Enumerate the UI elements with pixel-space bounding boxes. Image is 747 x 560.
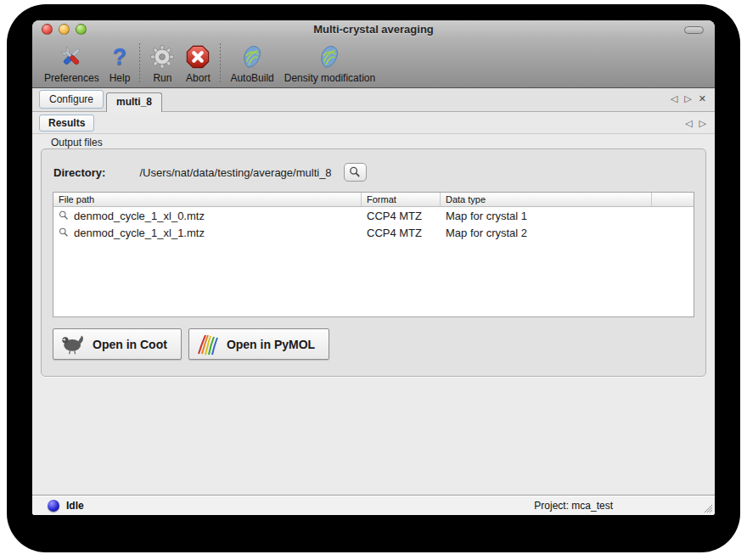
table-row[interactable]: denmod_cycle_1_xl_1.mtz CCP4 MTZ Map for… [53,224,694,241]
open-in-coot-label: Open in Coot [93,338,167,351]
open-in-pymol-button[interactable]: Open in PyMOL [188,328,329,360]
toolbar-label-abort: Abort [186,72,211,84]
help-icon: ? [113,42,127,71]
tab-close-icon[interactable]: ✕ [699,93,706,104]
file-path-cell: denmod_cycle_1_xl_1.mtz [74,227,205,239]
tab-results[interactable]: Results [39,115,94,132]
directory-browse-button[interactable] [344,163,367,182]
column-header-file-path[interactable]: File path [53,193,362,206]
toolbar-separator [220,43,221,82]
toolbar-button-preferences[interactable]: Preferences [39,42,104,85]
table-row[interactable]: denmod_cycle_1_xl_0.mtz CCP4 MTZ Map for… [53,207,694,224]
magnifier-icon [59,210,69,221]
magnifier-icon [59,227,69,238]
directory-path: /Users/nat/data/testing/average/multi_8 [139,166,331,179]
toolbar-label-density-modification: Density modification [284,72,375,84]
tab-scroll-left-icon[interactable]: ◁ [671,93,677,104]
toolbar: Preferences ? Help [32,39,715,88]
toolbar-label-help: Help [110,72,131,84]
title-bar[interactable]: Multi-crystal averaging [32,20,715,39]
status-bar: Idle Project: mca_test [32,495,715,515]
column-header-data-type[interactable]: Data type [441,193,652,206]
notebook-tab-bar: Configure multi_8 ◁ ▷ ✕ [32,88,715,112]
format-cell: CCP4 MTZ [362,227,441,239]
action-buttons-row: Open in Coot Open in PyM [53,328,329,360]
tab-scroll-right-icon[interactable]: ▷ [684,93,691,104]
toolbar-button-help[interactable]: ? Help [104,42,136,85]
toolbar-label-preferences: Preferences [44,72,99,84]
directory-row: Directory: /Users/nat/data/testing/avera… [53,161,695,183]
toolbar-separator [139,43,140,82]
protein-model-icon [239,42,265,71]
results-scroll-left-icon[interactable]: ◁ [685,118,692,129]
format-cell: CCP4 MTZ [362,210,441,222]
project-label: Project: mca_test [534,500,613,512]
preferences-icon [59,42,84,71]
protein-model-icon [317,42,342,71]
results-tab-bar: Results ◁ ▷ [32,113,715,134]
output-files-section-label: Output files [51,137,103,148]
resize-grip[interactable] [701,501,713,513]
directory-label: Directory: [53,166,105,179]
column-header-format[interactable]: Format [362,193,441,206]
data-type-cell: Map for crystal 2 [441,227,652,239]
window-title: Multi-crystal averaging [32,23,715,36]
abort-icon [185,42,211,71]
magnifier-icon [349,166,361,178]
results-panel: Output files Directory: /Users/nat/data/… [32,134,715,495]
open-in-coot-button[interactable]: Open in Coot [53,328,182,360]
toolbar-label-autobuild: AutoBuild [230,72,273,84]
app-window: Multi-crystal averaging [32,20,715,515]
table-header-row: File path Format Data type [53,193,694,207]
data-type-cell: Map for crystal 1 [441,210,652,222]
file-path-cell: denmod_cycle_1_xl_0.mtz [74,210,205,222]
tab-multi-8[interactable]: multi_8 [106,92,162,112]
screenshot-canvas: Multi-crystal averaging [0,0,747,560]
toolbar-button-abort[interactable]: Abort [180,42,216,85]
open-in-pymol-label: Open in PyMOL [227,338,315,351]
run-gear-icon [149,42,175,71]
toolbar-toggle-button[interactable] [684,26,704,34]
output-files-table[interactable]: File path Format Data type [53,192,694,317]
toolbar-button-run[interactable]: Run [144,42,180,85]
toolbar-button-density-modification[interactable]: Density modification [279,42,380,85]
toolbar-button-autobuild[interactable]: AutoBuild [225,42,278,85]
status-orb-icon [48,500,59,512]
results-scroll-right-icon[interactable]: ▷ [699,118,706,129]
status-text: Idle [66,500,84,512]
tab-configure[interactable]: Configure [39,90,104,109]
column-header-empty [652,193,694,206]
coot-bird-icon [60,333,86,356]
toolbar-label-run: Run [153,72,171,84]
pymol-ribbon-icon [196,333,220,356]
output-files-groupbox: Directory: /Users/nat/data/testing/avera… [41,148,706,377]
